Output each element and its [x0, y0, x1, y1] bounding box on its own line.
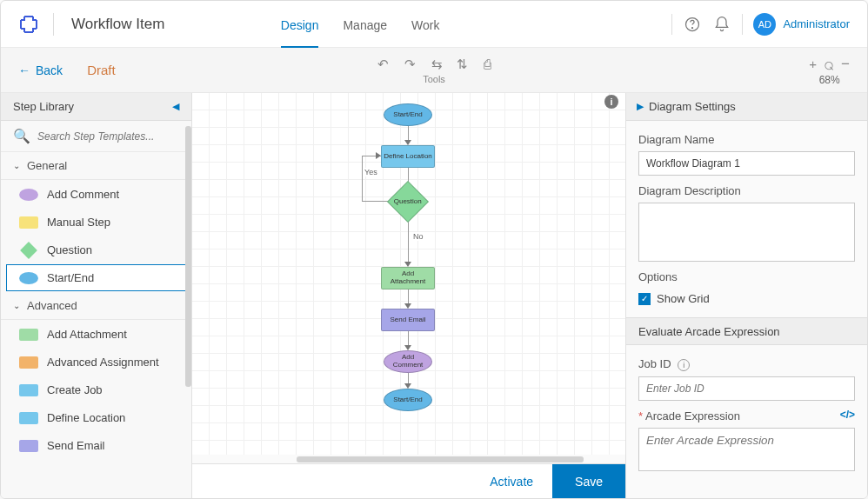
activate-button[interactable]: Activate — [471, 464, 552, 498]
chevron-down-icon: ⌄ — [13, 301, 20, 310]
page-title: Workflow Item — [71, 16, 164, 33]
align-vertical-icon[interactable]: ⇅ — [457, 57, 468, 72]
edge-label: Yes — [363, 168, 379, 176]
rect-icon — [19, 329, 38, 341]
collapse-left-icon[interactable]: ◀ — [172, 101, 179, 112]
node-n7[interactable]: Start/End — [384, 389, 432, 411]
rect-icon — [19, 384, 38, 396]
options-label: Options — [638, 270, 855, 283]
step-template-start-end[interactable]: Start/End — [6, 264, 186, 291]
svg-point-1 — [692, 27, 693, 28]
arcade-expr-input[interactable] — [638, 428, 855, 471]
arcade-body: Job ID i * Arcade Expression </> — [626, 345, 867, 483]
arcade-header: Evaluate Arcade Expression — [626, 317, 867, 345]
top-bar: Workflow Item DesignManageWork AD Admini… — [1, 1, 867, 48]
step-template-label: Send Email — [47, 439, 104, 452]
left-scrollbar[interactable] — [185, 126, 191, 387]
step-search[interactable]: 🔍 — [1, 121, 191, 152]
top-right: AD Administrator — [671, 13, 850, 36]
node-n1[interactable]: Start/End — [384, 103, 432, 126]
arcade-expr-label: * Arcade Expression — [638, 409, 740, 422]
diagram-desc-label: Diagram Description — [638, 184, 855, 197]
body: Step Library ◀ 🔍 ⌄GeneralAdd CommentManu… — [1, 93, 867, 498]
zoom-controls: + ⌕ − 68% — [809, 54, 850, 86]
diagram-desc-input[interactable] — [638, 203, 855, 262]
step-template-add-attachment[interactable]: Add Attachment — [6, 321, 186, 348]
user-avatar[interactable]: AD — [753, 13, 776, 36]
node-n3[interactable]: Question — [387, 181, 429, 223]
canvas-scrollbar[interactable] — [192, 455, 625, 463]
node-n4[interactable]: Add Attachment — [381, 267, 435, 289]
divider — [53, 13, 54, 36]
divider — [671, 14, 672, 35]
step-library-panel: Step Library ◀ 🔍 ⌄GeneralAdd CommentManu… — [1, 93, 192, 498]
edge-label: No — [411, 232, 425, 241]
step-template-label: Add Attachment — [47, 328, 127, 341]
tab-work[interactable]: Work — [411, 3, 439, 48]
help-icon[interactable] — [683, 15, 702, 34]
status-badge: Draft — [87, 63, 116, 77]
save-button[interactable]: Save — [552, 464, 625, 498]
step-template-create-job[interactable]: Create Job — [6, 376, 186, 403]
job-id-input[interactable] — [638, 376, 855, 401]
check-icon: ✓ — [638, 293, 651, 305]
step-template-advanced-assignment[interactable]: Advanced Assignment — [6, 349, 186, 376]
chevron-down-icon: ⌄ — [13, 161, 20, 170]
tools-cluster: ↶ ↷ ⇆ ⇅ ⎙ Tools — [377, 57, 491, 84]
arcade-title: Evaluate Arcade Expression — [638, 325, 780, 338]
user-name[interactable]: Administrator — [783, 17, 850, 30]
diagram-name-input[interactable] — [638, 151, 855, 176]
step-template-send-email[interactable]: Send Email — [6, 432, 186, 459]
step-template-label: Define Location — [47, 411, 125, 424]
code-icon[interactable]: </> — [840, 409, 855, 421]
info-icon[interactable]: i — [604, 95, 618, 109]
canvas-area: i YesNoStart/EndDefine LocationQuestionA… — [192, 93, 625, 498]
rect-icon — [19, 412, 38, 424]
info-icon[interactable]: i — [678, 359, 690, 371]
notifications-icon[interactable] — [712, 15, 731, 34]
step-template-manual-step[interactable]: Manual Step — [6, 209, 186, 236]
back-label: Back — [36, 63, 63, 77]
brand: Workflow Item — [18, 13, 164, 36]
step-template-label: Add Comment — [47, 188, 119, 201]
undo-icon[interactable]: ↶ — [377, 57, 389, 72]
diagram-name-label: Diagram Name — [638, 133, 855, 146]
sub-bar: ← Back Draft ↶ ↷ ⇆ ⇅ ⎙ Tools + ⌕ − 68% — [1, 48, 867, 93]
group-header-general[interactable]: ⌄General — [1, 152, 191, 180]
align-horizontal-icon[interactable]: ⇆ — [431, 57, 441, 72]
diagram-settings-header: ▶ Diagram Settings — [626, 93, 867, 121]
zoom-out-button[interactable]: + — [809, 57, 817, 71]
step-library-header: Step Library ◀ — [1, 93, 191, 121]
diagram-canvas[interactable]: i YesNoStart/EndDefine LocationQuestionA… — [192, 93, 625, 455]
app-frame: Workflow Item DesignManageWork AD Admini… — [0, 0, 868, 499]
show-grid-checkbox[interactable]: ✓ Show Grid — [638, 292, 855, 305]
group-header-advanced[interactable]: ⌄Advanced — [1, 292, 191, 320]
back-link[interactable]: ← Back — [18, 63, 63, 77]
zoom-percent: 68% — [819, 74, 840, 86]
ellipse-icon — [19, 189, 38, 201]
step-template-label: Create Job — [47, 383, 103, 396]
node-n2[interactable]: Define Location — [381, 145, 435, 168]
tab-manage[interactable]: Manage — [343, 3, 387, 48]
expand-right-icon[interactable]: ▶ — [637, 101, 644, 112]
arrow-left-icon: ← — [18, 63, 30, 77]
ellipse-icon — [19, 272, 38, 284]
redo-icon[interactable]: ↷ — [404, 57, 416, 72]
step-template-add-comment[interactable]: Add Comment — [6, 181, 186, 208]
job-id-label: Job ID i — [638, 357, 855, 371]
print-icon[interactable]: ⎙ — [484, 57, 491, 72]
node-n6[interactable]: Add Comment — [384, 350, 432, 373]
app-logo-icon — [18, 14, 39, 35]
step-template-define-location[interactable]: Define Location — [6, 404, 186, 431]
tab-design[interactable]: Design — [281, 3, 319, 48]
zoom-in-button[interactable]: − — [841, 56, 850, 73]
zoom-fit-icon[interactable]: ⌕ — [824, 54, 834, 74]
diagram-settings-title: Diagram Settings — [649, 100, 736, 113]
step-template-question[interactable]: Question — [6, 236, 186, 263]
step-template-label: Manual Step — [47, 216, 110, 229]
rect-icon — [19, 356, 38, 369]
node-n5[interactable]: Send Email — [381, 309, 435, 331]
step-template-label: Start/End — [47, 271, 94, 284]
search-icon: 🔍 — [13, 128, 30, 144]
step-search-input[interactable] — [37, 130, 179, 143]
